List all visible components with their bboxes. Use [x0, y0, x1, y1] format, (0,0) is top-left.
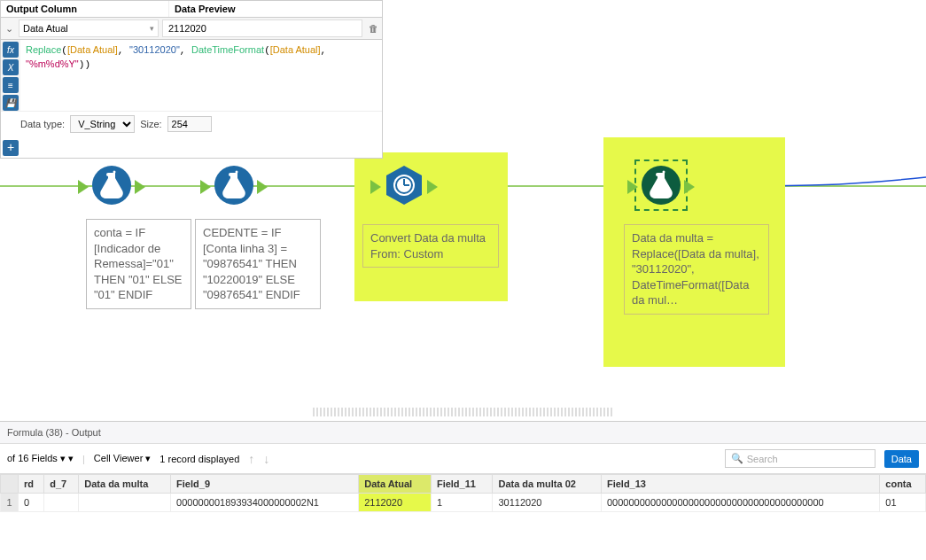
prev-record-button[interactable]: ↑ — [248, 452, 254, 466]
input-port[interactable] — [200, 180, 211, 194]
next-record-button[interactable]: ↓ — [263, 452, 269, 466]
token-field: [Data Atual] — [270, 44, 321, 55]
size-input[interactable] — [167, 116, 212, 132]
column-header[interactable]: Field_11 — [431, 475, 493, 494]
datetime-tool[interactable] — [383, 164, 425, 206]
input-port[interactable] — [627, 180, 638, 194]
results-pane: Formula (38) - Output of 16 Fields ▾ ▾ |… — [0, 421, 926, 560]
search-icon: 🔍 — [731, 453, 743, 464]
delete-expression-button[interactable]: 🗑 — [364, 23, 382, 34]
cell-viewer-toggle[interactable]: Cell Viewer ▾ — [94, 453, 152, 464]
svg-point-6 — [236, 171, 238, 174]
token-field: [Data Atual] — [67, 44, 118, 55]
input-port[interactable] — [370, 180, 381, 194]
annotation-4: Data da multa = Replace([Data da multa],… — [624, 224, 769, 315]
add-expression-button[interactable]: + — [3, 140, 19, 156]
formula-tool-2[interactable] — [213, 164, 255, 206]
header-data-preview: Data Preview — [169, 1, 382, 17]
header-output-column: Output Column — [1, 1, 169, 17]
data-preview-value: 2112020 — [162, 19, 362, 37]
output-column-value: Data Atual — [23, 23, 68, 34]
svg-point-5 — [229, 173, 232, 176]
fields-count-label[interactable]: of 16 Fields ▾ ▾ — [7, 453, 74, 464]
column-header[interactable]: Data da multa — [79, 475, 171, 494]
annotation-1: conta = IF [Indicador de Remessa]="01" T… — [86, 219, 191, 309]
cell[interactable] — [79, 494, 171, 512]
results-grid[interactable]: rdd_7Data da multaField_9Data AtualField… — [0, 474, 926, 512]
svg-point-13 — [656, 173, 659, 176]
output-column-select[interactable]: Data Atual ▾ — [19, 19, 159, 37]
search-input[interactable]: 🔍Search — [725, 449, 875, 468]
variables-icon[interactable]: X — [3, 59, 19, 75]
cell[interactable]: 000000001893934000000002N1 — [171, 494, 359, 512]
svg-point-2 — [106, 173, 110, 176]
cell[interactable]: 0000000000000000000000000000000000000000 — [601, 494, 879, 512]
output-port[interactable] — [427, 180, 438, 194]
formula-config-panel: Output Column Data Preview ⌄ Data Atual … — [0, 0, 383, 159]
formula-tool-1[interactable] — [90, 164, 133, 206]
column-header[interactable]: rd — [19, 475, 44, 494]
save-icon[interactable]: 💾 — [3, 95, 19, 111]
annotation-3: Convert Data da multa From: Custom — [362, 224, 499, 268]
cell[interactable] — [44, 494, 79, 512]
recent-icon[interactable]: ≡ — [3, 77, 19, 93]
cell[interactable]: 30112020 — [493, 494, 601, 512]
results-title: Formula (38) - Output — [0, 422, 926, 444]
row-number[interactable]: 1 — [1, 494, 19, 512]
cell[interactable]: 0 — [19, 494, 44, 512]
record-count: 1 record displayed — [160, 454, 239, 464]
cell[interactable]: 01 — [880, 494, 926, 512]
token-string: "30112020" — [129, 44, 180, 55]
data-button[interactable]: Data — [884, 450, 919, 468]
token-format: "%m%d%Y" — [26, 58, 79, 69]
fx-icon[interactable]: fx — [3, 42, 19, 58]
output-port[interactable] — [684, 180, 695, 194]
formula-editor[interactable]: Replace([Data Atual], "30112020", DateTi… — [20, 40, 382, 111]
datatype-label: Data type: — [20, 119, 65, 129]
input-port[interactable] — [78, 180, 89, 194]
column-header[interactable]: Data Atual — [359, 475, 432, 494]
output-port[interactable] — [135, 180, 145, 194]
token-fn: Replace — [26, 44, 61, 55]
collapse-toggle[interactable]: ⌄ — [1, 23, 17, 35]
column-header[interactable]: Field_13 — [601, 475, 879, 494]
cell[interactable]: 2112020 — [359, 494, 432, 512]
pane-splitter[interactable] — [0, 403, 926, 421]
output-port[interactable] — [257, 180, 268, 194]
formula-tool-selected[interactable] — [640, 164, 682, 206]
column-header[interactable]: conta — [880, 475, 926, 494]
column-header[interactable]: d_7 — [44, 475, 79, 494]
svg-point-3 — [113, 171, 116, 174]
annotation-2: CEDENTE = IF [Conta linha 3] = "09876541… — [195, 219, 321, 309]
token-fn: DateTimeFormat — [191, 44, 264, 55]
column-header[interactable]: Field_9 — [171, 475, 359, 494]
datatype-select[interactable]: V_String — [70, 115, 135, 133]
column-header[interactable]: Data da multa 02 — [493, 475, 601, 494]
dropdown-icon: ▾ — [150, 24, 154, 33]
cell[interactable]: 1 — [431, 494, 493, 512]
size-label: Size: — [140, 119, 161, 129]
svg-point-14 — [663, 171, 665, 174]
